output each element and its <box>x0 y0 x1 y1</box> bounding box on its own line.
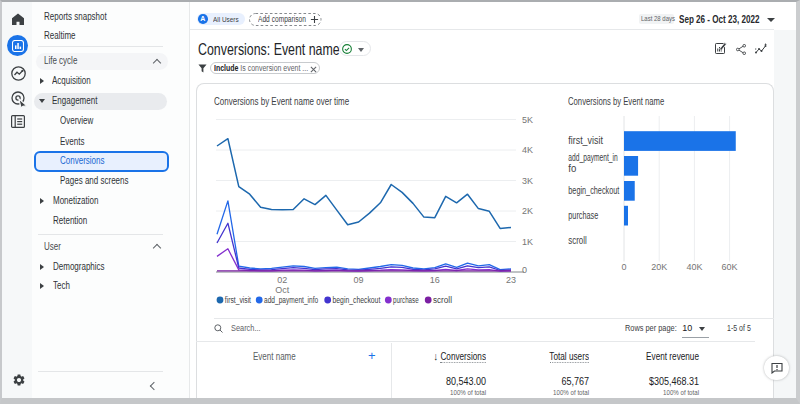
svg-text:16: 16 <box>430 275 440 285</box>
svg-text:5K: 5K <box>522 115 533 125</box>
svg-text:20K: 20K <box>651 262 667 272</box>
svg-text:purchase: purchase <box>568 210 598 221</box>
svg-text:add_payment_info: add_payment_info <box>264 295 318 305</box>
svg-text:begin_checkout: begin_checkout <box>333 295 381 305</box>
svg-text:02: 02 <box>277 275 287 285</box>
svg-text:60K: 60K <box>722 262 738 272</box>
svg-text:40K: 40K <box>686 262 702 272</box>
svg-text:fo: fo <box>568 163 576 174</box>
svg-text:first_visit: first_visit <box>568 135 603 146</box>
svg-text:scroll: scroll <box>433 295 452 305</box>
svg-text:begin_checkout: begin_checkout <box>568 185 619 196</box>
svg-text:1K: 1K <box>522 237 533 247</box>
svg-text:4K: 4K <box>522 145 533 155</box>
svg-text:3K: 3K <box>522 176 533 186</box>
svg-text:first_visit: first_visit <box>225 295 252 305</box>
svg-text:0: 0 <box>621 262 626 272</box>
svg-text:09: 09 <box>354 275 364 285</box>
svg-text:purchase: purchase <box>393 295 419 305</box>
svg-text:23: 23 <box>506 275 516 285</box>
svg-text:Oct: Oct <box>275 285 290 295</box>
svg-text:2K: 2K <box>522 206 533 216</box>
svg-text:0: 0 <box>522 265 527 275</box>
svg-text:scroll: scroll <box>568 235 587 246</box>
svg-text:add_payment_in: add_payment_in <box>568 152 618 163</box>
